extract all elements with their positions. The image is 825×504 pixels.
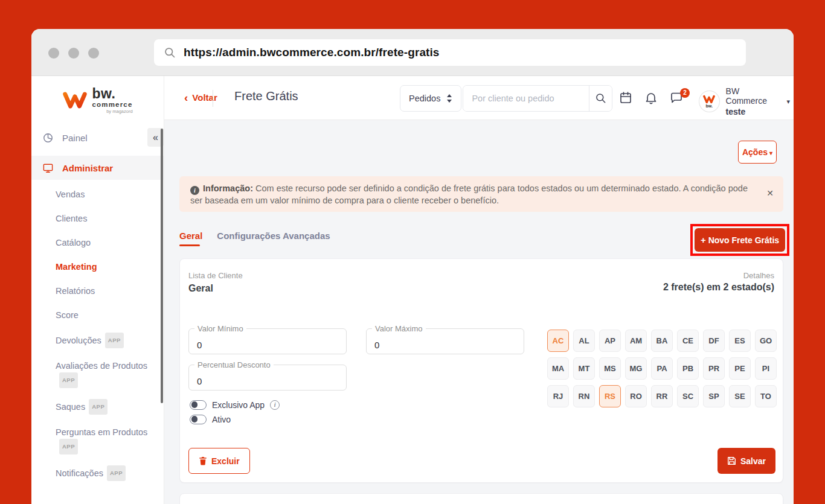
notifications-button[interactable]: [643, 91, 659, 106]
sidebar-item-catalogo[interactable]: Catálogo: [31, 231, 164, 255]
sidebar-item-devolucoes[interactable]: DevoluçõesAPP: [31, 327, 164, 354]
state-button-rj[interactable]: RJ: [547, 385, 569, 407]
sidebar-item-label: Notificações: [56, 468, 103, 478]
sidebar-item-personalizar[interactable]: Personalizar: [31, 496, 164, 504]
sidebar-item-painel[interactable]: Painel: [31, 126, 164, 150]
free-shipping-card: Lista de Cliente Geral Detalhes 2 frete(…: [179, 258, 783, 483]
state-button-ce[interactable]: CE: [677, 330, 699, 352]
sidebar-item-perguntas-em-produtos[interactable]: Perguntas em ProdutosAPP: [31, 420, 164, 460]
app-logo[interactable]: bw. commerce by magazord: [31, 76, 164, 124]
state-button-es[interactable]: ES: [729, 330, 751, 352]
app-badge: APP: [59, 372, 78, 388]
delete-button[interactable]: Excluir: [188, 448, 250, 474]
state-selector-grid: AC AL AP AM BA CE DF ES GO MA MT MS MG P…: [547, 330, 777, 407]
sidebar-item-label: Devoluções: [56, 336, 101, 345]
exclusivo-app-toggle[interactable]: [190, 400, 207, 410]
state-button-pe[interactable]: PE: [729, 357, 751, 380]
account-menu[interactable]: bw. BW Commerce teste ▾: [699, 86, 790, 116]
sidebar-item-notificacoes[interactable]: NotificaçõesAPP: [31, 460, 164, 486]
unread-badge: 2: [680, 88, 690, 98]
tab-geral[interactable]: Geral: [179, 231, 202, 246]
state-button-pb[interactable]: PB: [677, 357, 699, 380]
avatar-brand-text: bw.: [706, 104, 713, 108]
sidebar-subnav: Vendas Clientes Catálogo Marketing Relat…: [31, 182, 164, 486]
state-button-pr[interactable]: PR: [703, 357, 725, 380]
window-control-dot[interactable]: [68, 48, 79, 59]
ativo-toggle-row: Ativo: [190, 415, 231, 424]
tab-configuracoes-avancadas[interactable]: Configurações Avançadas: [217, 231, 330, 246]
sidebar-item-saques[interactable]: SaquesAPP: [31, 394, 164, 420]
percentual-desconto-field: Percentual Desconto: [188, 365, 347, 391]
state-button-ma[interactable]: MA: [547, 357, 569, 380]
logo-sub: commerce: [92, 101, 132, 109]
search-scope-select[interactable]: Pedidos: [400, 85, 461, 112]
state-button-ap[interactable]: AP: [599, 330, 621, 352]
sidebar-item-label: Vendas: [56, 190, 85, 199]
calendar-button[interactable]: [618, 91, 634, 106]
browser-chrome: https://admin.bwcommerce.com.br/frete-gr…: [31, 29, 794, 76]
annotation-highlight-box: +Novo Frete Grátis: [690, 224, 789, 256]
state-button-mt[interactable]: MT: [573, 357, 595, 380]
actions-button[interactable]: Ações▾: [738, 141, 777, 164]
state-button-df[interactable]: DF: [703, 330, 725, 352]
toggle-knob: [191, 416, 198, 423]
state-button-ro[interactable]: RO: [625, 385, 647, 407]
field-label: Percentual Desconto: [194, 360, 274, 369]
state-button-go[interactable]: GO: [755, 330, 777, 352]
search-button[interactable]: [589, 86, 612, 111]
state-button-rs[interactable]: RS: [599, 385, 621, 407]
state-button-al[interactable]: AL: [573, 330, 595, 352]
valor-minimo-field: Valor Mínimo: [188, 328, 347, 354]
sidebar-item-administrar[interactable]: Administrar: [31, 156, 164, 180]
sidebar-item-relatorios[interactable]: Relatórios: [31, 279, 164, 303]
details-value: 2 frete(s) em 2 estado(s): [663, 282, 774, 293]
new-free-shipping-button[interactable]: +Novo Frete Grátis: [695, 228, 785, 252]
state-button-ba[interactable]: BA: [651, 330, 673, 352]
caret-down-icon: ▾: [769, 150, 772, 156]
state-button-ac[interactable]: AC: [547, 330, 569, 352]
back-label: Voltar: [192, 92, 217, 103]
state-button-to[interactable]: TO: [755, 385, 777, 407]
state-button-am[interactable]: AM: [625, 330, 647, 352]
sidebar-item-score[interactable]: Score: [31, 303, 164, 327]
app-badge: APP: [105, 333, 124, 348]
state-button-sp[interactable]: SP: [703, 385, 725, 407]
page-header: ‹ Voltar Frete Grátis Pedidos: [164, 76, 794, 120]
sidebar-item-avaliacoes-de-produtos[interactable]: Avaliações de ProdutosAPP: [31, 354, 164, 394]
new-free-shipping-label: Novo Frete Grátis: [708, 235, 779, 245]
state-button-pi[interactable]: PI: [755, 357, 777, 380]
exclusivo-app-toggle-row: Exclusivo App i: [190, 400, 280, 410]
ativo-toggle[interactable]: [190, 415, 207, 424]
url-bar[interactable]: https://admin.bwcommerce.com.br/frete-gr…: [154, 39, 746, 66]
toggle-knob: [191, 401, 198, 408]
list-value: Geral: [188, 283, 213, 294]
actions-label: Ações: [742, 147, 768, 157]
state-button-pa[interactable]: PA: [651, 357, 673, 380]
state-button-rn[interactable]: RN: [573, 385, 595, 407]
sidebar-item-label: Clientes: [56, 214, 87, 223]
state-button-sc[interactable]: SC: [677, 385, 699, 407]
state-button-se[interactable]: SE: [729, 385, 751, 407]
sidebar-item-marketing[interactable]: Marketing: [31, 255, 164, 279]
sidebar-item-clientes[interactable]: Clientes: [31, 206, 164, 231]
sidebar-item-vendas[interactable]: Vendas: [31, 182, 164, 206]
delete-label: Excluir: [211, 456, 240, 466]
window-control-dot[interactable]: [88, 48, 99, 59]
save-button[interactable]: Salvar: [717, 448, 775, 474]
sidebar-item-label: Painel: [62, 133, 88, 143]
messages-button[interactable]: 2: [669, 91, 684, 106]
search-input[interactable]: [463, 86, 589, 111]
state-button-mg[interactable]: MG: [625, 357, 647, 380]
toggle-label: Ativo: [212, 415, 231, 424]
sort-arrows-icon: [446, 94, 452, 103]
info-icon[interactable]: i: [270, 400, 280, 410]
sidebar-scrollbar[interactable]: [161, 129, 163, 403]
bw-logo-icon: [62, 91, 88, 109]
state-button-rr[interactable]: RR: [651, 385, 673, 407]
calendar-icon: [618, 91, 633, 105]
window-control-dot[interactable]: [48, 48, 59, 59]
close-icon[interactable]: ✕: [766, 188, 774, 198]
state-button-ms[interactable]: MS: [599, 357, 621, 380]
plus-icon: +: [701, 235, 706, 245]
sidebar: bw. commerce by magazord « Painel Admini…: [31, 76, 164, 504]
